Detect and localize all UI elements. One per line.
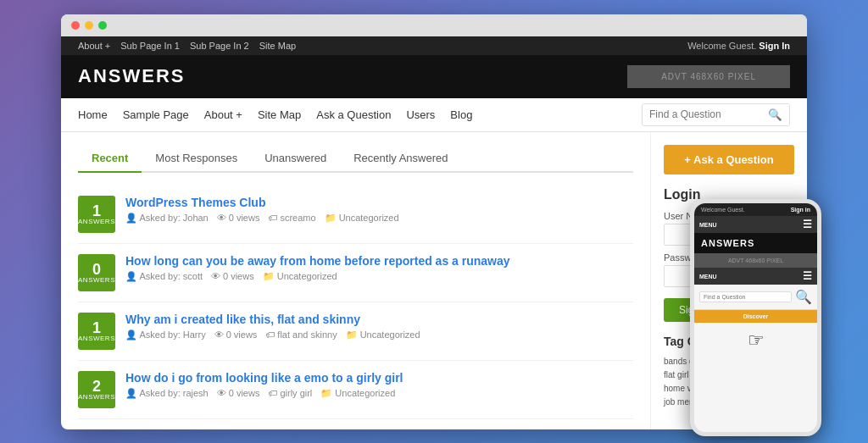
views: 👁 0 views <box>217 388 260 398</box>
nav-about[interactable]: About + <box>204 98 242 131</box>
ad-banner: ADVT 468x60 PIXEL <box>627 65 790 88</box>
top-nav-about[interactable]: About + <box>78 41 110 51</box>
main-content: Recent Most Responses Unanswered Recentl… <box>61 132 650 429</box>
mobile-top-bar: Welcome Guest. Sign in <box>694 203 817 216</box>
site-logo: ANSWERS <box>78 65 185 87</box>
answer-count: 1 Answers <box>78 313 115 350</box>
mobile-ask-button[interactable]: Discover <box>694 310 817 323</box>
mobile-sign-in[interactable]: Sign in <box>791 207 810 213</box>
mobile-ad: ADVT 468x60 PIXEL <box>694 253 817 268</box>
question-meta: 👤 Asked by: Harry 👁 0 views 🏷 flat and s… <box>125 329 633 341</box>
ask-question-button[interactable]: + Ask a Question <box>664 145 794 174</box>
browser-chrome <box>61 14 807 36</box>
search-nav: 🔍 <box>642 103 790 126</box>
views: 👁 0 views <box>214 329 258 340</box>
tag: 🏷 flat and skinny <box>265 329 337 340</box>
top-nav-subpage2[interactable]: Sub Page In 2 <box>190 41 249 51</box>
mobile-search-icon[interactable]: 🔍 <box>795 289 812 305</box>
hamburger-icon[interactable]: ☰ <box>803 219 812 230</box>
question-title[interactable]: How long can you be away from home befor… <box>125 254 633 268</box>
question-details: How long can you be away from home befor… <box>125 254 633 282</box>
tag: 🏷 screamo <box>268 213 315 223</box>
main-nav: Home Sample Page About + Site Map Ask a … <box>61 98 807 132</box>
tag: 🏷 girly girl <box>268 388 312 398</box>
question-meta: 👤 Asked by: scott 👁 0 views 📁 Uncategori… <box>125 271 633 282</box>
answer-count: 2 Answers <box>78 371 115 408</box>
mobile-logo-bar: ANSWERS <box>694 233 817 253</box>
mobile-device: Welcome Guest. Sign in MENU ☰ ANSWERS AD… <box>690 199 821 436</box>
site-header: ANSWERS ADVT 468x60 PIXEL <box>61 55 807 98</box>
list-item: 0 Answers How long can you be away from … <box>78 244 633 302</box>
maximize-button[interactable] <box>98 21 107 30</box>
tabs: Recent Most Responses Unanswered Recentl… <box>78 145 633 173</box>
tab-recent[interactable]: Recent <box>78 145 142 173</box>
list-item: 1 Answers Why am i created like this, fl… <box>78 302 633 361</box>
list-item: 1 Answers WordPress Themes Club 👤 Asked … <box>78 186 633 244</box>
question-meta: 👤 Asked by: rajesh 👁 0 views 🏷 girly gir… <box>125 388 633 399</box>
question-list: 1 Answers WordPress Themes Club 👤 Asked … <box>78 186 633 429</box>
top-bar-links: About + Sub Page In 1 Sub Page In 2 Site… <box>78 41 296 51</box>
category: 📁 Uncategorized <box>320 388 395 399</box>
views: 👁 0 views <box>211 271 254 281</box>
mobile-menu-bar: MENU ☰ <box>694 216 817 233</box>
asked-by: 👤 Asked by: rajesh <box>125 388 209 399</box>
search-input[interactable] <box>643 104 761 125</box>
tab-recently-answered[interactable]: Recently Answered <box>340 145 461 173</box>
question-title[interactable]: Why am i created like this, flat and ski… <box>125 313 633 326</box>
search-button[interactable]: 🔍 <box>761 104 789 125</box>
main-nav-links: Home Sample Page About + Site Map Ask a … <box>78 98 472 131</box>
tab-most-responses[interactable]: Most Responses <box>142 145 251 173</box>
nav-ask-question[interactable]: Ask a Question <box>316 98 391 131</box>
mobile-logo: ANSWERS <box>701 238 810 248</box>
question-details: WordPress Themes Club 👤 Asked by: Johan … <box>125 196 633 224</box>
category: 📁 Uncategorized <box>325 213 399 224</box>
answer-count: 1 Answers <box>78 196 115 233</box>
top-nav-sitemap[interactable]: Site Map <box>259 41 296 51</box>
tab-unanswered[interactable]: Unanswered <box>251 145 340 173</box>
top-bar-user: Welcome Guest. Sign In <box>687 41 790 51</box>
nav-home[interactable]: Home <box>78 98 108 131</box>
close-button[interactable] <box>71 21 80 30</box>
list-item: 0 Answers Where can i find a good free w… <box>78 419 633 429</box>
mobile-menu-label2: MENU <box>699 274 717 280</box>
mobile-search-input[interactable] <box>699 291 792 302</box>
list-item: 2 Answers How do i go from looking like … <box>78 361 633 419</box>
views: 👁 0 views <box>217 213 260 223</box>
hamburger-icon2[interactable]: ☰ <box>803 270 812 282</box>
asked-by: 👤 Asked by: scott <box>125 271 203 282</box>
mobile-search-bar: 🔍 <box>694 285 817 310</box>
nav-sample-page[interactable]: Sample Page <box>123 98 189 131</box>
question-title[interactable]: How do i go from looking like a emo to a… <box>125 371 633 385</box>
mobile-menu-label: MENU <box>699 222 717 228</box>
question-title[interactable]: WordPress Themes Club <box>125 196 633 209</box>
question-details: Why am i created like this, flat and ski… <box>125 313 633 341</box>
category: 📁 Uncategorized <box>346 329 420 341</box>
nav-blog[interactable]: Blog <box>450 98 472 131</box>
mobile-hand-icon: ☞ <box>694 323 817 358</box>
top-bar: About + Sub Page In 1 Sub Page In 2 Site… <box>61 36 807 55</box>
category: 📁 Uncategorized <box>263 271 337 282</box>
top-nav-subpage1[interactable]: Sub Page In 1 <box>120 41 180 51</box>
answer-count: 0 Answers <box>78 254 115 291</box>
question-details: How do i go from looking like a emo to a… <box>125 371 633 399</box>
nav-users[interactable]: Users <box>406 98 435 131</box>
sign-in-link[interactable]: Sign In <box>759 41 790 51</box>
question-meta: 👤 Asked by: Johan 👁 0 views 🏷 screamo 📁 … <box>125 213 633 224</box>
asked-by: 👤 Asked by: Harry <box>125 329 206 341</box>
mobile-menu-bar2: MENU ☰ <box>694 268 817 285</box>
asked-by: 👤 Asked by: Johan <box>125 213 209 224</box>
nav-site-map[interactable]: Site Map <box>258 98 301 131</box>
minimize-button[interactable] <box>85 21 93 30</box>
